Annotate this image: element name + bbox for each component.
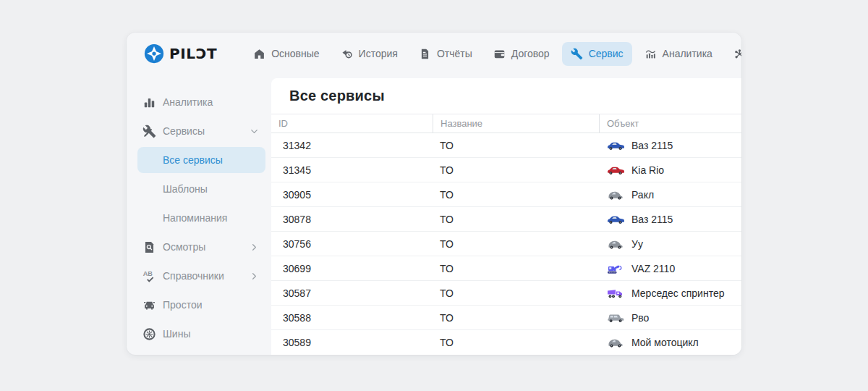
cell-object: Мерседес спринтер bbox=[599, 287, 741, 299]
nav-item-label: Отчёты bbox=[437, 48, 472, 59]
cell-object: Kia Rio bbox=[599, 164, 741, 176]
sidebar-item-directories[interactable]: АВСправочники bbox=[127, 261, 271, 290]
object-label: Рво bbox=[631, 312, 649, 324]
sidebar-item-label: Напоминания bbox=[163, 212, 227, 224]
cell-object: Рво bbox=[599, 312, 741, 324]
table-row[interactable]: 30699ТОVAZ 2110 bbox=[271, 256, 741, 281]
nav-item-service[interactable]: Сервис bbox=[562, 42, 632, 66]
object-label: Мерседес спринтер bbox=[631, 287, 724, 299]
pilot-logo-icon bbox=[144, 43, 164, 64]
table-row[interactable]: 31345ТОKia Rio bbox=[271, 158, 741, 182]
cell-object: VAZ 2110 bbox=[599, 263, 741, 274]
cell-name: ТО bbox=[433, 287, 599, 299]
cell-id: 30699 bbox=[271, 263, 433, 274]
sidebar-item-label: Шаблоны bbox=[163, 183, 208, 195]
sidebar-item-analytics[interactable]: Аналитика bbox=[127, 88, 271, 117]
table-row[interactable]: 30756ТОУу bbox=[271, 232, 741, 256]
table-header: IDНазваниеОбъект bbox=[271, 114, 741, 133]
sidebar-item-label: Сервисы bbox=[163, 125, 205, 137]
sidebar: АналитикаСервисыВсе сервисыШаблоныНапоми… bbox=[127, 75, 271, 355]
sidebar-item-reminders[interactable]: Напоминания bbox=[127, 203, 271, 232]
nav-item-label: Договор bbox=[511, 48, 550, 59]
sidebar-item-services[interactable]: Сервисы bbox=[127, 117, 271, 146]
trend-icon bbox=[644, 48, 657, 60]
cell-id: 30588 bbox=[271, 312, 433, 324]
vehicle-sedan-icon bbox=[606, 164, 625, 176]
history-icon bbox=[341, 48, 353, 60]
sidebar-item-inspections[interactable]: Осмотры bbox=[127, 232, 271, 261]
chevron-right-icon bbox=[249, 242, 260, 253]
sidebar-item-label: Все сервисы bbox=[163, 154, 223, 166]
car-front-icon bbox=[142, 298, 156, 312]
table-body: 31342ТОВаз 211531345ТОKia Rio30905ТОРакл… bbox=[271, 133, 741, 355]
nav-item-label: Сервис bbox=[589, 48, 624, 59]
table-row[interactable]: 30589ТОМой мотоцикл bbox=[271, 330, 741, 355]
nav-item-atom[interactable]: Атом bbox=[725, 42, 741, 66]
sidebar-item-downtime[interactable]: Простои bbox=[127, 290, 271, 319]
table-row[interactable]: 31342ТОВаз 2115 bbox=[271, 133, 741, 158]
table-row[interactable]: 30905ТОРакл bbox=[271, 182, 741, 207]
top-nav: ОсновныеИсторияОтчётыДоговорСервисАналит… bbox=[244, 42, 741, 66]
cell-id: 30905 bbox=[271, 189, 433, 201]
column-header[interactable]: Название bbox=[433, 114, 599, 133]
nav-item-contract[interactable]: Договор bbox=[485, 42, 558, 66]
cell-id: 30587 bbox=[271, 287, 433, 299]
cell-name: ТО bbox=[433, 238, 599, 250]
nav-item-label: Основные bbox=[271, 48, 319, 59]
report-icon bbox=[419, 48, 431, 60]
bar-chart-icon bbox=[142, 96, 156, 109]
svg-text:АВ: АВ bbox=[143, 270, 153, 277]
column-header[interactable]: Объект bbox=[599, 114, 741, 133]
table-row[interactable]: 30587ТОМерседес спринтер bbox=[271, 281, 741, 306]
cell-id: 30589 bbox=[271, 337, 433, 348]
cell-id: 31345 bbox=[271, 164, 433, 176]
app-window: PILƆT ОсновныеИсторияОтчётыДоговорСервис… bbox=[127, 33, 741, 355]
column-header[interactable]: ID bbox=[271, 114, 433, 133]
nav-item-history[interactable]: История bbox=[332, 42, 407, 66]
cell-name: ТО bbox=[433, 189, 599, 201]
object-label: Мой мотоцикл bbox=[631, 337, 699, 348]
vehicle-truck-icon bbox=[606, 287, 625, 299]
tools-icon bbox=[142, 125, 156, 138]
vehicle-classic-icon bbox=[606, 337, 625, 348]
cell-name: ТО bbox=[433, 164, 599, 176]
wrench-icon bbox=[571, 48, 583, 60]
vehicle-classic-icon bbox=[606, 189, 625, 201]
sidebar-item-label: Простои bbox=[163, 299, 203, 311]
object-label: VAZ 2110 bbox=[631, 263, 675, 274]
nav-item-reports[interactable]: Отчёты bbox=[410, 42, 481, 66]
sidebar-item-templates[interactable]: Шаблоны bbox=[127, 175, 271, 203]
cell-object: Ваз 2115 bbox=[599, 140, 741, 151]
cell-id: 30878 bbox=[271, 214, 433, 225]
table-row[interactable]: 30878ТОВаз 2115 bbox=[271, 207, 741, 232]
sidebar-item-label: Осмотры bbox=[163, 241, 205, 253]
table-row[interactable]: 30588ТОРво bbox=[271, 306, 741, 330]
cell-name: ТО bbox=[433, 263, 599, 274]
cell-id: 30756 bbox=[271, 238, 433, 250]
vehicle-classic-icon bbox=[606, 238, 625, 250]
nav-item-analytics[interactable]: Аналитика bbox=[636, 42, 721, 66]
wallet-icon bbox=[493, 48, 506, 60]
chevron-right-icon bbox=[249, 271, 260, 282]
nav-item-main[interactable]: Основные bbox=[244, 42, 328, 66]
cell-name: ТО bbox=[433, 214, 599, 225]
sidebar-item-tires[interactable]: Шины bbox=[127, 319, 271, 348]
sidebar-item-label: Шины bbox=[163, 328, 190, 340]
chevron-down-icon bbox=[249, 126, 260, 137]
brand-wordmark: PILƆT bbox=[169, 45, 217, 62]
ab-check-icon: АВ bbox=[142, 269, 156, 283]
top-bar: PILƆT ОсновныеИсторияОтчётыДоговорСервис… bbox=[127, 33, 741, 75]
object-label: Ваз 2115 bbox=[631, 140, 673, 151]
vehicle-sedan-icon bbox=[606, 140, 625, 151]
brand[interactable]: PILƆT bbox=[144, 43, 217, 64]
vehicle-excavator-icon bbox=[606, 263, 625, 274]
object-label: Kia Rio bbox=[631, 164, 664, 176]
sidebar-item-label: Аналитика bbox=[163, 96, 213, 108]
inspection-icon bbox=[142, 240, 156, 254]
cell-object: Ракл bbox=[599, 189, 741, 201]
cell-id: 31342 bbox=[271, 140, 433, 151]
sidebar-item-all-services[interactable]: Все сервисы bbox=[137, 147, 265, 173]
object-label: Ракл bbox=[631, 189, 654, 201]
title-row: Все сервисы bbox=[271, 78, 741, 114]
sidebar-item-label: Справочники bbox=[163, 270, 224, 282]
